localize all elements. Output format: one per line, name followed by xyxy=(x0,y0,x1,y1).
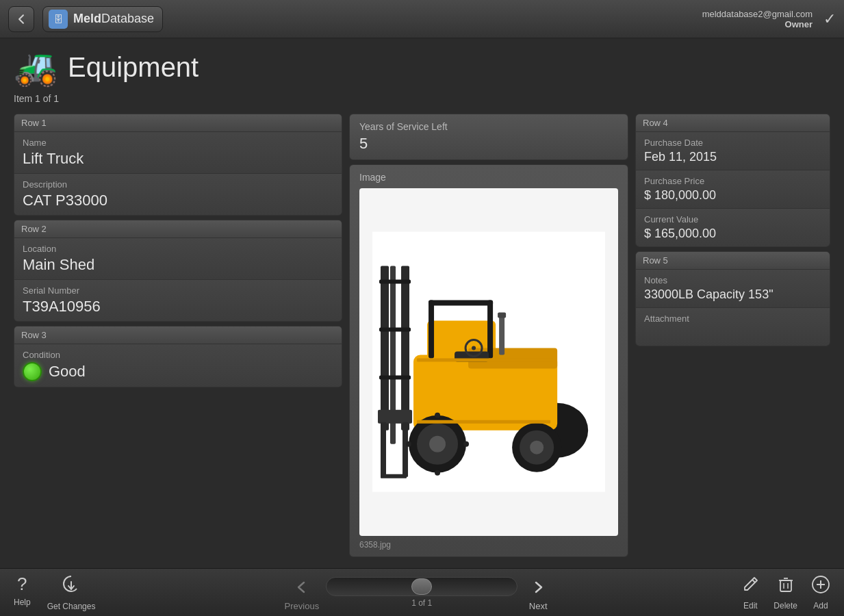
svg-rect-16 xyxy=(379,376,411,380)
user-role: Owner xyxy=(702,19,813,29)
row1-group: Row 1 Name Lift Truck Description CAT P3… xyxy=(14,114,342,216)
svg-rect-33 xyxy=(417,359,554,362)
location-field: Location Main Shed xyxy=(14,238,342,279)
previous-label: Previous xyxy=(285,601,320,611)
desc-field: Description CAT P33000 xyxy=(14,173,342,215)
get-changes-label: Get Changes xyxy=(47,602,96,611)
top-bar-left: 🗄 MeldDatabase xyxy=(8,6,163,32)
top-bar-right: melddatabase2@gmail.com Owner ✓ xyxy=(702,9,836,29)
app-logo: 🗄 MeldDatabase xyxy=(42,6,163,32)
condition-text: Good xyxy=(49,363,86,381)
svg-rect-5 xyxy=(429,300,434,359)
nav-count: 1 of 1 xyxy=(326,598,517,608)
purchase-date-field: Purchase Date Feb 11, 2015 xyxy=(636,131,830,170)
svg-point-27 xyxy=(463,441,469,447)
bottom-left-tools: ? Help Get Changes xyxy=(14,574,95,611)
equipment-icon: 🚜 xyxy=(14,49,58,85)
years-value: 5 xyxy=(359,135,618,153)
condition-label: Condition xyxy=(23,350,333,360)
attachment-value xyxy=(644,326,821,340)
row3-header: Row 3 xyxy=(14,326,342,344)
item-count: Item 1 of 1 xyxy=(14,93,830,104)
previous-arrow[interactable] xyxy=(288,574,316,601)
user-info: melddatabase2@gmail.com Owner xyxy=(702,9,813,29)
purchase-price-value: $ 180,000.00 xyxy=(644,188,821,203)
nav-slider[interactable] xyxy=(326,577,517,596)
current-value-field: Current Value $ 165,000.00 xyxy=(636,208,830,246)
columns: Row 1 Name Lift Truck Description CAT P3… xyxy=(14,114,830,557)
add-icon xyxy=(811,575,830,598)
help-icon: ? xyxy=(17,574,27,595)
slider-thumb[interactable] xyxy=(411,578,432,595)
image-label: Image xyxy=(359,172,618,183)
name-value: Lift Truck xyxy=(23,150,333,168)
notes-label: Notes xyxy=(644,275,821,285)
user-email: melddatabase2@gmail.com xyxy=(702,9,813,19)
row5-group: Row 5 Notes 33000LB Capacity 153" Attach… xyxy=(635,251,830,346)
condition-field: Condition Good xyxy=(14,344,342,387)
svg-rect-31 xyxy=(499,314,504,355)
svg-point-30 xyxy=(530,441,544,454)
years-box: Years of Service Left 5 xyxy=(349,114,628,160)
nav-controls: Previous 1 of 1 Next xyxy=(285,574,552,611)
help-button[interactable]: ? Help xyxy=(14,574,31,611)
condition-indicator xyxy=(23,362,42,381)
delete-label: Delete xyxy=(773,601,797,611)
svg-rect-6 xyxy=(487,300,493,359)
svg-line-36 xyxy=(752,580,755,582)
svg-point-23 xyxy=(429,436,446,452)
desc-value: CAT P33000 xyxy=(23,192,333,209)
svg-rect-34 xyxy=(417,420,550,424)
row5-header: Row 5 xyxy=(636,252,830,269)
svg-rect-37 xyxy=(780,580,791,591)
svg-point-10 xyxy=(472,346,476,350)
svg-rect-18 xyxy=(381,422,386,477)
svg-point-26 xyxy=(406,441,411,447)
row4-header: Row 4 xyxy=(636,114,830,131)
page-header: 🚜 Equipment xyxy=(14,49,830,85)
edit-button[interactable]: Edit xyxy=(741,575,760,611)
add-label: Add xyxy=(813,601,828,611)
row1-header: Row 1 xyxy=(14,114,342,131)
row2-header: Row 2 xyxy=(14,220,342,238)
purchase-price-label: Purchase Price xyxy=(644,176,821,186)
purchase-price-field: Purchase Price $ 180,000.00 xyxy=(636,170,830,208)
main-content: 🚜 Equipment Item 1 of 1 Row 1 Name Lift … xyxy=(0,38,844,568)
serial-field: Serial Number T39A10956 xyxy=(14,279,342,321)
years-label: Years of Service Left xyxy=(359,121,618,132)
image-container xyxy=(359,188,618,536)
back-button[interactable] xyxy=(8,6,34,32)
attachment-field: Attachment xyxy=(636,307,830,346)
get-changes-button[interactable]: Get Changes xyxy=(47,574,96,611)
svg-point-24 xyxy=(435,413,440,418)
bottom-bar: ? Help Get Changes Previous xyxy=(0,568,844,616)
svg-rect-15 xyxy=(379,328,411,332)
desc-label: Description xyxy=(23,179,333,190)
bottom-right-tools: Edit Delete Add xyxy=(741,575,830,611)
page-title: Equipment xyxy=(68,52,199,83)
next-arrow[interactable] xyxy=(524,574,552,601)
col-middle: Years of Service Left 5 Image xyxy=(349,114,628,557)
serial-value: T39A10956 xyxy=(23,298,333,316)
next-label: Next xyxy=(529,601,548,611)
delete-button[interactable]: Delete xyxy=(773,575,797,611)
purchase-date-value: Feb 11, 2015 xyxy=(644,150,821,164)
image-box: Image xyxy=(349,164,628,557)
app-logo-text: MeldDatabase xyxy=(73,12,154,26)
notes-value: 33000LB Capacity 153" xyxy=(644,287,821,302)
prev-nav: Previous xyxy=(285,574,320,611)
slider-area: 1 of 1 xyxy=(326,577,517,608)
location-label: Location xyxy=(23,244,333,254)
col-left: Row 1 Name Lift Truck Description CAT P3… xyxy=(14,114,342,557)
delete-icon xyxy=(776,575,795,598)
checkmark-icon: ✓ xyxy=(823,10,836,28)
current-value-value: $ 165,000.00 xyxy=(644,227,821,241)
svg-rect-12 xyxy=(401,266,409,431)
row2-group: Row 2 Location Main Shed Serial Number T… xyxy=(14,220,342,322)
help-label: Help xyxy=(14,598,31,607)
add-button[interactable]: Add xyxy=(811,575,830,611)
purchase-date-label: Purchase Date xyxy=(644,138,821,148)
attachment-label: Attachment xyxy=(644,313,821,324)
svg-point-25 xyxy=(435,470,440,476)
condition-value: Good xyxy=(23,362,333,381)
